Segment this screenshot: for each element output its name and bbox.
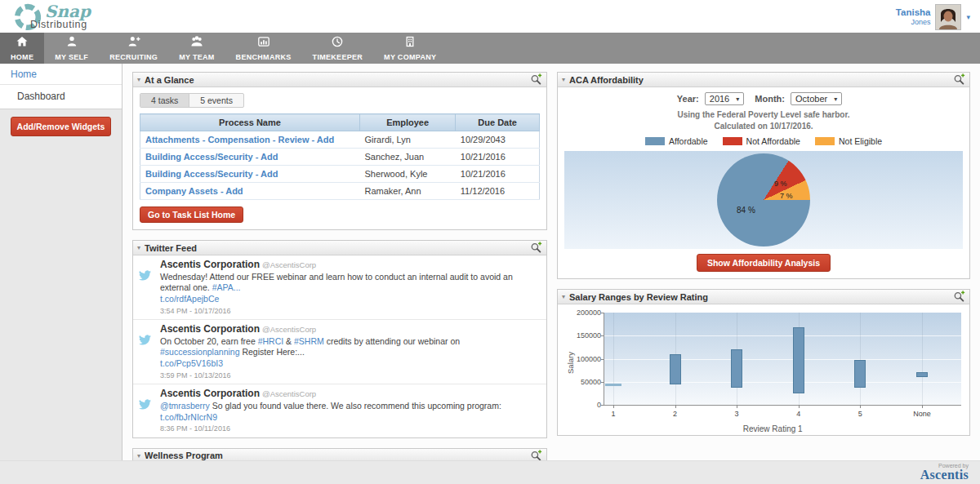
- hashtag-link[interactable]: #HRCI: [258, 336, 284, 346]
- hashtag-link[interactable]: #SHRM: [294, 336, 324, 346]
- nav-item-recruiting[interactable]: RECRUITING: [99, 33, 168, 64]
- tweet-author[interactable]: Ascentis Corporation: [160, 259, 260, 270]
- x-tick-label: 2: [659, 410, 692, 418]
- nav-item-my-company[interactable]: MY COMPANY: [373, 33, 447, 64]
- month-select[interactable]: October▾: [791, 92, 842, 105]
- user-menu[interactable]: Tanisha Jones ▾: [896, 4, 970, 30]
- user-first-name: Tanisha: [896, 7, 931, 18]
- magnifier-plus-icon[interactable]: [530, 242, 542, 254]
- tweet: Ascentis Corporation@AscentisCorp On Oct…: [133, 320, 546, 384]
- hashtag-link[interactable]: #successionplanning: [160, 347, 239, 357]
- employee-cell: Sherwood, Kyle: [359, 166, 455, 183]
- tweet: Ascentis Corporation@AscentisCorp Wednes…: [133, 255, 546, 320]
- widget-title: ACA Affordability: [569, 75, 644, 85]
- add-remove-widgets-button[interactable]: Add/Remove Widgets: [11, 117, 111, 136]
- pie-chart-area: 84 % 9 % 7 %: [564, 151, 963, 249]
- widget-header: ▾ ACA Affordability: [558, 73, 969, 87]
- nav-item-benchmarks[interactable]: BENCHMARKS: [225, 33, 302, 64]
- nav-label: TIMEKEEPER: [313, 53, 363, 61]
- tab-events[interactable]: 5 events: [189, 94, 243, 107]
- tweet-url-link[interactable]: t.co/fbJrNIcrN9: [160, 412, 217, 422]
- x-tick-label: 1: [597, 410, 630, 418]
- widget-title: At a Glance: [145, 75, 194, 85]
- process-link[interactable]: Building Access/Security - Add: [145, 152, 278, 162]
- tweet-body: Ascentis Corporation@AscentisCorp On Oct…: [160, 323, 540, 380]
- nav-label: MY SELF: [55, 53, 88, 61]
- text-segment: credits by attending our webinar on: [324, 336, 460, 346]
- my-company-icon: [403, 35, 416, 51]
- process-link[interactable]: Company Assets - Add: [145, 186, 243, 196]
- my-self-icon: [65, 35, 78, 51]
- x-tick: [613, 405, 614, 408]
- y-tick-label: 200000: [564, 309, 601, 317]
- y-tick-label: 50000: [564, 378, 601, 386]
- month-label: Month:: [755, 94, 785, 104]
- tweet-text: @tmrasberry So glad you found value ther…: [160, 401, 540, 423]
- legend-item: Not Affordable: [723, 136, 800, 146]
- collapse-icon[interactable]: ▾: [562, 76, 565, 83]
- y-tick-label: 150000: [564, 331, 601, 340]
- tweet-author[interactable]: Ascentis Corporation: [160, 323, 260, 335]
- tweet-url-link[interactable]: t.co/rdfApejbCe: [160, 294, 219, 304]
- twitter-bird-icon: [136, 323, 160, 380]
- main-nav: HOME MY SELF RECRUITING MY TEAM BENCHMAR…: [0, 33, 980, 64]
- x-tick: [675, 405, 676, 408]
- text-segment: Register Here:...: [239, 347, 304, 357]
- salary-range-bar: [854, 360, 866, 388]
- mention-link[interactable]: @tmrasberry: [160, 401, 210, 411]
- legend-label: Not Eligible: [839, 136, 882, 146]
- go-to-task-list-button[interactable]: Go to Task List Home: [140, 206, 243, 223]
- due-date-cell: 11/12/2016: [456, 183, 540, 200]
- y-tick: [601, 313, 604, 313]
- collapse-icon[interactable]: ▾: [137, 452, 140, 460]
- magnifier-plus-icon[interactable]: [953, 73, 965, 86]
- sidebar-item-dashboard[interactable]: Dashboard: [0, 85, 122, 109]
- magnifier-plus-icon[interactable]: [530, 73, 542, 86]
- tab-tasks[interactable]: 4 tasks: [140, 94, 189, 107]
- powered-by-block: Powered by Ascentis: [920, 463, 969, 482]
- collapse-icon[interactable]: ▾: [137, 244, 140, 251]
- chevron-down-icon[interactable]: ▾: [966, 13, 970, 21]
- my-team-icon: [190, 35, 203, 51]
- x-tick: [737, 405, 737, 408]
- table-row: Company Assets - Add Ramaker, Ann 11/12/…: [140, 183, 540, 200]
- legend-swatch: [723, 137, 742, 145]
- twitter-bird-icon: [136, 388, 160, 434]
- twitter-feed-widget: ▾ Twitter Feed Ascentis Corporation@Asce…: [132, 240, 547, 438]
- gridline: [860, 313, 861, 405]
- tweet-handle: @AscentisCorp: [262, 325, 316, 334]
- nav-item-home[interactable]: HOME: [0, 33, 44, 64]
- process-link[interactable]: Attachments - Compensation - Review - Ad…: [145, 135, 334, 144]
- year-select[interactable]: 2016▾: [705, 92, 745, 105]
- right-column: ▾ ACA Affordability Year: 2016▾ Month: O…: [557, 72, 970, 446]
- widget-header: ▾ At a Glance: [133, 73, 546, 87]
- nav-item-timekeeper[interactable]: TIMEKEEPER: [302, 33, 374, 64]
- month-value: October: [795, 94, 827, 104]
- tweet-author[interactable]: Ascentis Corporation: [160, 388, 260, 399]
- employee-cell: Sanchez, Juan: [359, 149, 455, 166]
- sidebar-item-home[interactable]: Home: [0, 64, 122, 85]
- aca-note: Using the Federal Poverty Level safe har…: [564, 109, 963, 131]
- show-affordability-analysis-button[interactable]: Show Affordability Analysis: [697, 254, 831, 272]
- hashtag-link[interactable]: #APA...: [212, 282, 241, 292]
- collapse-icon[interactable]: ▾: [562, 293, 565, 300]
- nav-item-my-team[interactable]: MY TEAM: [168, 33, 225, 64]
- legend-swatch: [645, 137, 665, 145]
- y-tick: [601, 382, 604, 383]
- tweet-body: Ascentis Corporation@AscentisCorp Wednes…: [160, 259, 540, 316]
- aca-pie-chart: 84 % 9 % 7 %: [717, 153, 810, 246]
- tweet-url-link[interactable]: t.co/Pcp5V16bI3: [160, 358, 223, 368]
- salary-chart-body: Salary 05000010000015000020000012345None…: [558, 304, 969, 435]
- collapse-icon[interactable]: ▾: [137, 76, 140, 83]
- home-icon: [16, 35, 29, 51]
- due-date-cell: 10/21/2016: [456, 149, 540, 166]
- at-a-glance-widget: ▾ At a Glance 4 tasks 5 events: [132, 72, 547, 230]
- legend-label: Not Affordable: [746, 136, 800, 146]
- pie-legend: Affordable Not Affordable Not Eligible: [564, 136, 963, 146]
- avatar[interactable]: [935, 4, 961, 30]
- magnifier-plus-icon[interactable]: [953, 291, 965, 303]
- x-tick-label: None: [906, 410, 938, 418]
- chevron-down-icon: ▾: [834, 95, 837, 103]
- nav-item-my-self[interactable]: MY SELF: [44, 33, 99, 64]
- process-link[interactable]: Building Access/Security - Add: [145, 169, 278, 179]
